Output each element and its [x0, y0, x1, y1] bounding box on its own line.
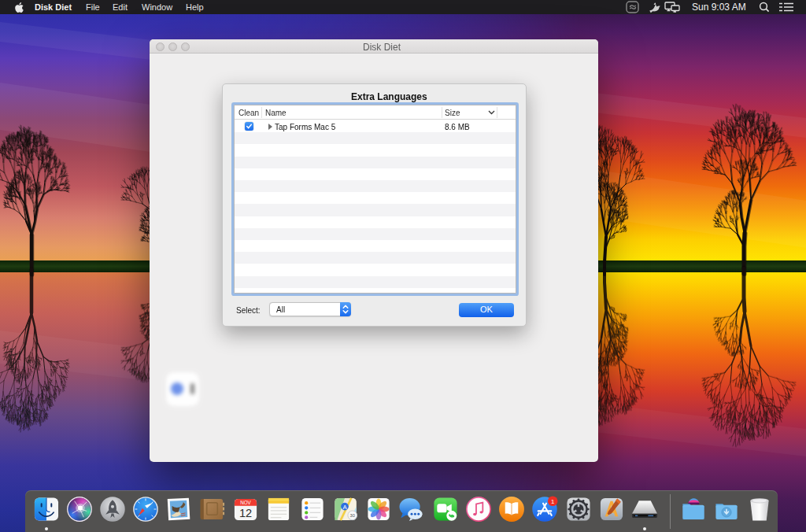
- svg-text:1: 1: [551, 498, 554, 505]
- svg-text:30: 30: [350, 513, 355, 518]
- svg-text:12: 12: [239, 507, 252, 519]
- svg-text:A: A: [342, 504, 347, 511]
- svg-text:NOV: NOV: [240, 500, 251, 505]
